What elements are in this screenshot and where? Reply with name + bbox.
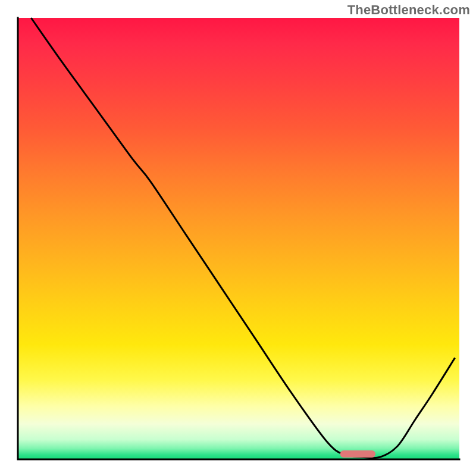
optimal-range-marker [340,450,375,458]
plot-background [18,18,459,459]
watermark-label: TheBottleneck.com [347,2,470,18]
bottleneck-chart [0,0,476,476]
chart-container: TheBottleneck.com [0,0,476,476]
